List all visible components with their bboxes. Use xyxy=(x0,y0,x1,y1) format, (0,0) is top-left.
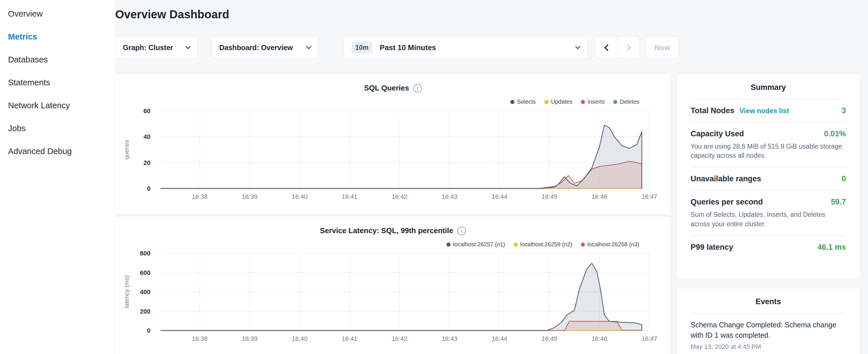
chevron-down-icon xyxy=(306,44,311,49)
sidebar-item-statements[interactable]: Statements xyxy=(0,71,115,94)
svg-text:16:44: 16:44 xyxy=(492,193,507,200)
summary-label: Queries per second xyxy=(691,198,763,206)
summary-label: Unavailable ranges xyxy=(691,174,761,183)
svg-text:16:45: 16:45 xyxy=(541,335,557,342)
graph-dropdown[interactable]: Graph: Cluster xyxy=(115,37,198,58)
svg-text:200: 200 xyxy=(140,308,150,315)
legend-dot-icon xyxy=(581,100,585,104)
svg-text:16:43: 16:43 xyxy=(442,335,457,342)
graph-dropdown-label: Graph: Cluster xyxy=(123,43,173,52)
legend-label: Selects xyxy=(517,99,536,105)
summary-value: 59.7 xyxy=(831,198,846,206)
page-title: Overview Dashboard xyxy=(115,8,229,21)
svg-text:16:38: 16:38 xyxy=(192,335,208,342)
legend-label: localhost:26258 (n3) xyxy=(587,241,639,248)
summary-label: Capacity Used xyxy=(691,129,744,138)
summary-value: 46.1 ms xyxy=(817,243,846,252)
sidebar-item-network-latency[interactable]: Network Latency xyxy=(0,94,115,117)
time-back-button[interactable] xyxy=(595,37,618,58)
service-latency-chart-card: 020040060080016:3816:3916:4016:4116:4216… xyxy=(115,216,671,354)
svg-text:16:45: 16:45 xyxy=(541,193,557,200)
legend-label: Updates xyxy=(551,99,572,105)
sidebar-item-advanced-debug[interactable]: Advanced Debug xyxy=(0,140,115,163)
chart-header: Service Latency: SQL, 99th percentile xyxy=(116,226,670,235)
legend-item-deletes[interactable]: Deletes xyxy=(613,99,639,105)
svg-text:16:44: 16:44 xyxy=(492,335,507,342)
svg-text:600: 600 xyxy=(140,269,150,277)
info-icon[interactable] xyxy=(457,227,466,235)
chart-title: Service Latency: SQL, 99th percentile xyxy=(320,226,453,235)
time-forward-button[interactable] xyxy=(618,37,640,58)
main-content: Overview Dashboard Graph: Cluster Dashbo… xyxy=(115,0,671,354)
legend-item-selects[interactable]: Selects xyxy=(510,99,536,105)
legend-item-inserts[interactable]: Inserts xyxy=(581,99,604,105)
summary-row-total-nodes: Total Nodes View nodes list 3 xyxy=(691,99,846,122)
service-latency-chart[interactable]: 020040060080016:3816:3916:4016:4116:4216… xyxy=(116,217,671,354)
svg-text:16:40: 16:40 xyxy=(292,193,308,200)
event-item[interactable]: Schema Change Completed: Schema change w… xyxy=(691,320,846,351)
time-range-badge: 10m xyxy=(351,42,372,53)
svg-text:16:46: 16:46 xyxy=(591,193,607,200)
event-text: Schema Change Completed: Schema change w… xyxy=(691,320,846,340)
svg-text:0: 0 xyxy=(147,185,150,192)
legend-dot-icon xyxy=(446,243,451,247)
summary-value: 3 xyxy=(842,106,846,115)
time-range-picker[interactable]: 10m Past 10 Minutes xyxy=(343,37,588,58)
controls-bar: Graph: Cluster Dashboard: Overview 10m P… xyxy=(115,37,671,58)
chevron-right-icon xyxy=(624,44,631,51)
sidebar-item-metrics[interactable]: Metrics xyxy=(0,25,115,48)
events-title: Events xyxy=(691,297,846,306)
summary-row-p99-latency: P99 latency 46.1 ms xyxy=(691,235,846,259)
svg-text:60: 60 xyxy=(144,107,150,115)
view-nodes-list-link[interactable]: View nodes list xyxy=(740,107,789,115)
legend-label: Deletes xyxy=(620,99,639,105)
dashboard-dropdown-label: Dashboard: Overview xyxy=(219,43,293,52)
summary-label: P99 latency xyxy=(691,243,733,252)
svg-text:queries: queries xyxy=(123,140,130,160)
chevron-down-icon xyxy=(575,44,580,49)
legend-label: localhost:26257 (n1) xyxy=(453,241,505,248)
now-button[interactable]: Now xyxy=(646,37,679,58)
sidebar-item-databases[interactable]: Databases xyxy=(0,48,115,71)
summary-row-queries-per-second: Queries per second 59.7 Sum of Selects, … xyxy=(691,190,846,235)
sql-queries-chart[interactable]: 020406016:3816:3916:4016:4116:4216:4316:… xyxy=(116,74,671,215)
summary-title: Summary xyxy=(691,83,846,92)
summary-row-capacity-used: Capacity Used 0.01% You are using 28.6 M… xyxy=(691,122,846,167)
chart-legend: Selects Updates Inserts Deletes xyxy=(510,99,639,105)
legend-item-n3[interactable]: localhost:26258 (n3) xyxy=(581,241,639,248)
chevron-down-icon xyxy=(185,44,191,49)
dashboard-dropdown[interactable]: Dashboard: Overview xyxy=(212,37,318,58)
sidebar-item-jobs[interactable]: Jobs xyxy=(0,117,115,140)
svg-text:16:47: 16:47 xyxy=(641,335,657,342)
event-timestamp: May 13, 2020 at 4:45 PM xyxy=(691,343,846,351)
summary-value: 0 xyxy=(842,174,846,183)
events-list: Schema Change Completed: Schema change w… xyxy=(691,313,846,351)
time-range-label: Past 10 Minutes xyxy=(380,43,436,52)
events-panel: Events Schema Change Completed: Schema c… xyxy=(677,288,860,354)
sidebar: Overview Metrics Databases Statements Ne… xyxy=(0,0,115,354)
legend-item-n1[interactable]: localhost:26257 (n1) xyxy=(446,241,505,248)
chevron-left-icon xyxy=(604,44,611,51)
svg-text:16:39: 16:39 xyxy=(242,335,258,342)
svg-text:20: 20 xyxy=(144,159,150,166)
info-icon[interactable] xyxy=(413,84,422,93)
svg-text:16:47: 16:47 xyxy=(641,193,657,200)
svg-text:16:42: 16:42 xyxy=(392,335,407,342)
sidebar-item-overview[interactable]: Overview xyxy=(0,2,115,25)
svg-text:16:43: 16:43 xyxy=(442,193,457,200)
svg-text:400: 400 xyxy=(140,288,150,296)
svg-text:16:38: 16:38 xyxy=(192,193,208,200)
summary-description: Sum of Selects, Updates, Inserts, and De… xyxy=(691,210,846,228)
legend-dot-icon xyxy=(545,100,549,104)
chart-title: SQL Queries xyxy=(364,84,409,93)
legend-label: Inserts xyxy=(587,99,604,105)
svg-text:16:42: 16:42 xyxy=(392,193,407,200)
legend-dot-icon xyxy=(613,100,617,104)
legend-item-updates[interactable]: Updates xyxy=(545,99,572,105)
legend-dot-icon xyxy=(514,243,518,247)
chart-legend: localhost:26257 (n1) localhost:26259 (n2… xyxy=(446,241,639,248)
svg-text:16:39: 16:39 xyxy=(242,193,258,200)
sql-queries-chart-card: 020406016:3816:3916:4016:4116:4216:4316:… xyxy=(115,74,671,215)
summary-row-unavailable-ranges: Unavailable ranges 0 xyxy=(691,167,846,190)
legend-item-n2[interactable]: localhost:26259 (n2) xyxy=(514,241,572,248)
